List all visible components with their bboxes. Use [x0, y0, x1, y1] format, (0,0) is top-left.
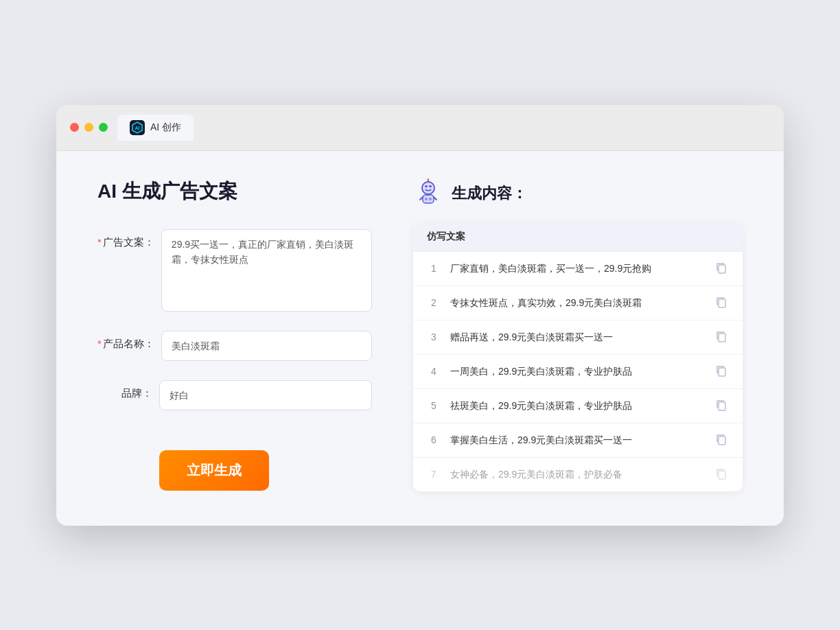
copy-icon[interactable]: [715, 296, 729, 310]
copy-icon[interactable]: [715, 467, 729, 481]
copy-icon[interactable]: [715, 330, 729, 344]
traffic-lights: [70, 123, 108, 132]
svg-rect-7: [429, 185, 432, 187]
results-container: 1 厂家直销，美白淡斑霜，买一送一，29.9元抢购 2 专抹女性斑点，真实功效，…: [413, 252, 743, 491]
svg-rect-19: [719, 402, 725, 410]
browser-window: AI AI 创作 AI 生成广告文案 *广告文案： *产品名称：: [56, 105, 784, 526]
brand-label: 品牌：: [97, 380, 152, 400]
copy-icon[interactable]: [715, 261, 729, 275]
main-content: AI 生成广告文案 *广告文案： *产品名称： 品牌： 立即生成: [56, 151, 784, 526]
result-table: 仿写文案 1 厂家直销，美白淡斑霜，买一送一，29.9元抢购 2 专抹女性斑点，…: [413, 222, 743, 491]
table-row: 4 一周美白，29.9元美白淡斑霜，专业护肤品: [413, 355, 743, 389]
svg-rect-16: [719, 299, 725, 307]
required-star-1: *: [97, 236, 102, 248]
table-row: 2 专抹女性斑点，真实功效，29.9元美白淡斑霜: [413, 286, 743, 320]
table-row: 5 祛斑美白，29.9元美白淡斑霜，专业护肤品: [413, 389, 743, 423]
right-panel: 生成内容： 仿写文案 1 厂家直销，美白淡斑霜，买一送一，29.9元抢购 2 专…: [413, 178, 743, 491]
close-button[interactable]: [70, 123, 79, 132]
brand-input[interactable]: [159, 380, 372, 410]
row-number: 1: [427, 263, 441, 274]
row-text: 祛斑美白，29.9元美白淡斑霜，专业护肤品: [450, 399, 705, 413]
row-text: 掌握美白生活，29.9元美白淡斑霜买一送一: [450, 433, 705, 447]
left-panel: AI 生成广告文案 *广告文案： *产品名称： 品牌： 立即生成: [97, 178, 372, 491]
row-text: 专抹女性斑点，真实功效，29.9元美白淡斑霜: [450, 296, 705, 310]
row-number: 4: [427, 366, 441, 377]
svg-rect-15: [719, 265, 725, 273]
browser-tab[interactable]: AI AI 创作: [117, 115, 194, 141]
svg-text:AI: AI: [135, 126, 140, 130]
svg-point-5: [428, 178, 430, 180]
row-text: 女神必备，29.9元美白淡斑霜，护肤必备: [450, 467, 705, 482]
svg-rect-17: [719, 334, 725, 342]
row-number: 6: [427, 434, 441, 445]
maximize-button[interactable]: [99, 123, 108, 132]
form-group-brand: 品牌：: [97, 380, 372, 410]
page-title: AI 生成广告文案: [97, 178, 372, 205]
table-row: 7 女神必备，29.9元美白淡斑霜，护肤必备: [413, 458, 743, 491]
generate-button[interactable]: 立即生成: [159, 450, 269, 491]
row-number: 5: [427, 400, 441, 411]
copy-icon[interactable]: [715, 364, 729, 378]
table-row: 1 厂家直销，美白淡斑霜，买一送一，29.9元抢购: [413, 252, 743, 286]
product-name-label: *产品名称：: [97, 331, 154, 351]
table-row: 3 赠品再送，29.9元美白淡斑霜买一送一: [413, 320, 743, 355]
result-title: 生成内容：: [452, 183, 527, 204]
form-group-product-name: *产品名称：: [97, 331, 372, 361]
svg-point-14: [429, 198, 432, 200]
row-text: 赠品再送，29.9元美白淡斑霜买一送一: [450, 330, 705, 345]
ad-copy-input[interactable]: [161, 229, 372, 312]
result-table-header: 仿写文案: [413, 222, 743, 252]
row-number: 3: [427, 331, 441, 342]
product-name-input[interactable]: [161, 331, 372, 361]
browser-titlebar: AI AI 创作: [56, 105, 784, 151]
row-number: 7: [427, 469, 441, 480]
copy-icon[interactable]: [715, 399, 729, 412]
minimize-button[interactable]: [84, 123, 93, 132]
result-header: 生成内容：: [413, 178, 743, 209]
svg-rect-20: [719, 436, 725, 445]
required-star-2: *: [97, 338, 102, 349]
tab-label: AI 创作: [150, 121, 181, 134]
svg-rect-21: [719, 471, 725, 479]
copy-icon[interactable]: [715, 433, 729, 447]
form-group-ad-copy: *广告文案：: [97, 229, 372, 312]
ad-copy-label: *广告文案：: [97, 229, 154, 249]
row-text: 一周美白，29.9元美白淡斑霜，专业护肤品: [450, 364, 705, 379]
svg-rect-18: [719, 368, 725, 376]
ai-tab-icon: AI: [130, 120, 145, 135]
robot-icon: [413, 178, 443, 209]
table-row: 6 掌握美白生活，29.9元美白淡斑霜买一送一: [413, 423, 743, 458]
row-text: 厂家直销，美白淡斑霜，买一送一，29.9元抢购: [450, 261, 705, 276]
svg-rect-8: [423, 195, 434, 203]
row-number: 2: [427, 297, 441, 308]
svg-point-13: [425, 198, 428, 200]
svg-rect-6: [425, 185, 428, 187]
